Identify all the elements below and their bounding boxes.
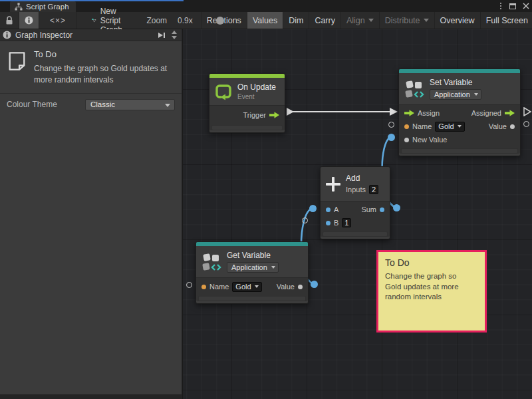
colour-theme-dropdown[interactable]: Classic <box>85 99 175 110</box>
scroll-down-icon[interactable] <box>172 36 177 39</box>
scroll-up-icon[interactable] <box>172 31 177 34</box>
unconnected-port-marker[interactable] <box>523 121 529 127</box>
inputs-label: Inputs <box>346 186 366 194</box>
graph-title: New Script Graph <box>92 12 128 29</box>
colour-theme-label: Colour Theme <box>7 100 85 109</box>
a-input-port[interactable] <box>326 207 331 212</box>
trigger-output-port[interactable] <box>269 112 279 118</box>
node-footer <box>401 148 518 154</box>
assign-port-label: Assign <box>418 109 440 117</box>
distribute-button[interactable]: Distribute <box>379 12 434 29</box>
overview-button[interactable]: Overview <box>434 12 480 29</box>
info-icon <box>25 16 33 25</box>
variable-name-dropdown[interactable]: Gold <box>232 282 261 292</box>
variable-scope-dropdown[interactable]: Application <box>430 89 481 100</box>
variable-name-dropdown[interactable]: Gold <box>435 122 464 132</box>
chevron-down-icon <box>368 19 374 22</box>
collapse-panel-icon[interactable] <box>158 31 166 39</box>
wire-endpoint-setvariable-newvalue[interactable] <box>388 134 395 141</box>
tab-label: Script Graph <box>26 3 69 11</box>
node-footer <box>323 231 388 237</box>
dim-button[interactable]: Dim <box>283 12 309 29</box>
sticky-note-title: To Do <box>385 257 478 268</box>
sum-output-port[interactable] <box>380 207 384 212</box>
node-title: On Update <box>237 82 276 92</box>
sticky-note-body: Change the graph so Gold updates at more… <box>385 271 467 303</box>
b-input-port[interactable] <box>326 221 331 225</box>
flow-continuation-triangle[interactable] <box>523 107 532 116</box>
node-add[interactable]: Add Inputs 2 A Sum B <box>320 166 390 239</box>
tab-script-graph[interactable]: Script Graph <box>10 1 76 12</box>
graph-asset-icon <box>92 16 96 25</box>
maximize-icon[interactable] <box>509 3 516 9</box>
name-input-port[interactable] <box>404 124 409 129</box>
value-output-port[interactable] <box>298 285 303 289</box>
node-title: Set Variable <box>430 78 481 87</box>
variables-icon <box>404 79 424 99</box>
wire-trigger-to-assign[interactable] <box>287 108 398 116</box>
graph-inspector-header: Graph Inspector <box>0 29 182 41</box>
node-on-update[interactable]: On Update Event Trigger <box>209 73 285 133</box>
unconnected-port-marker[interactable] <box>186 282 192 288</box>
value-port-label: Value <box>277 283 295 291</box>
name-port-label: Name <box>209 283 229 291</box>
on-update-loop-icon <box>215 83 232 100</box>
lock-button[interactable] <box>0 12 19 29</box>
inputs-count-field[interactable]: 2 <box>369 185 378 194</box>
assigned-output-port[interactable] <box>505 110 515 116</box>
node-title: Add <box>346 174 360 183</box>
wire-endpoint-getvariable-value[interactable] <box>311 281 318 288</box>
graph-inspector-title: Graph Inspector <box>15 31 154 40</box>
full-screen-button[interactable]: Full Screen <box>480 12 532 29</box>
value-port-label: Value <box>489 122 507 130</box>
sticky-note[interactable]: To Do Change the graph so Gold updates a… <box>376 250 487 332</box>
zoom-value: 0.9x <box>178 16 193 25</box>
chevron-down-icon <box>424 19 429 22</box>
inspector-toggle-button[interactable] <box>19 12 39 29</box>
variables-icon <box>201 252 221 272</box>
graph-summary: To Do Change the graph so Gold updates a… <box>0 41 182 94</box>
more-menu-icon[interactable] <box>499 1 503 11</box>
unity-visual-scripting-window: Script Graph <×> <box>0 0 532 399</box>
chevron-down-icon <box>271 266 275 269</box>
b-value-field[interactable]: 1 <box>342 218 351 227</box>
graph-inspector-panel: To Do Change the graph so Gold updates a… <box>0 41 182 394</box>
values-button[interactable]: Values <box>247 12 283 29</box>
toolbar-button-group: Relations Values Dim Carry Align Distrib… <box>201 12 532 29</box>
name-port-label: Name <box>412 122 432 130</box>
panel-scroll-spinner <box>170 31 179 39</box>
graph-canvas[interactable]: On Update Event Trigger <box>182 29 532 399</box>
graph-toolbar: <×> New Script Graph Zoom 0.9x Relations… <box>0 12 532 29</box>
node-set-variable[interactable]: Set Variable Application Assign Assigned <box>398 68 521 156</box>
carry-button[interactable]: Carry <box>309 12 340 29</box>
wire-endpoint-add-a[interactable] <box>309 205 317 212</box>
align-button[interactable]: Align <box>340 12 379 29</box>
node-footer <box>198 296 306 301</box>
value-output-port[interactable] <box>510 124 515 129</box>
colour-theme-row: Colour Theme Classic <box>0 94 182 116</box>
node-subtitle: Event <box>237 93 276 100</box>
chevron-down-icon <box>474 93 478 96</box>
chevron-down-icon <box>458 125 462 128</box>
lock-icon <box>5 16 13 25</box>
code-toggle-glyph: <×> <box>50 16 66 25</box>
trigger-port-label: Trigger <box>243 111 266 119</box>
b-port-label: B <box>334 219 338 227</box>
name-input-port[interactable] <box>201 285 206 289</box>
close-icon[interactable] <box>523 3 529 9</box>
graph-summary-body: Change the graph so Gold updates at more… <box>34 63 175 86</box>
new-value-input-port[interactable] <box>404 138 409 142</box>
assign-input-port[interactable] <box>404 110 414 116</box>
new-value-port-label: New Value <box>412 136 447 144</box>
variable-scope-dropdown[interactable]: Application <box>227 262 279 273</box>
node-footer <box>211 125 283 130</box>
unconnected-port-marker[interactable] <box>388 122 394 128</box>
wire-endpoint-add-sum[interactable] <box>393 204 400 211</box>
sticky-note-icon <box>8 49 26 73</box>
values-code-toggle-button[interactable]: <×> <box>39 12 77 29</box>
zoom-slider-handle[interactable] <box>216 17 224 25</box>
node-get-variable[interactable]: Get Variable Application Name Gold <box>196 241 309 304</box>
a-port-label: A <box>334 205 338 213</box>
unconnected-port-marker[interactable] <box>302 217 308 223</box>
zoom-label: Zoom <box>146 16 167 25</box>
